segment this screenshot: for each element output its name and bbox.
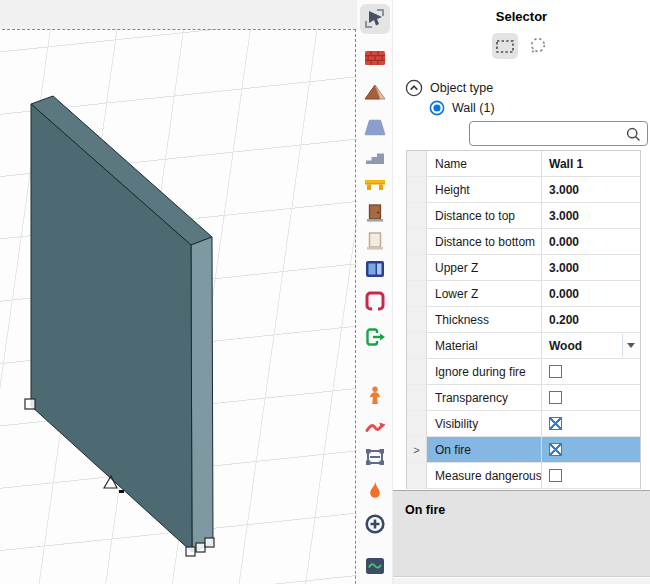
exit-tool-button[interactable]	[362, 324, 388, 350]
property-row-transparency[interactable]: Transparency	[407, 385, 640, 411]
property-row-name[interactable]: Name Wall 1	[407, 151, 640, 177]
property-value[interactable]	[542, 411, 640, 437]
property-value[interactable]	[542, 463, 640, 489]
checkbox[interactable]	[549, 365, 562, 378]
property-value[interactable]	[542, 437, 640, 463]
property-value[interactable]	[542, 359, 640, 385]
open-door-icon	[363, 229, 387, 253]
viewport-3d[interactable]	[0, 0, 357, 584]
property-row-ignore-during-fire[interactable]: Ignore during fire	[407, 359, 640, 385]
checkbox[interactable]	[549, 443, 562, 456]
property-value[interactable]: Wall 1	[542, 151, 640, 177]
ramp-tool-button[interactable]	[362, 80, 388, 106]
property-table: Name Wall 1 Height 3.000 Distance to top…	[406, 150, 641, 489]
property-label: Upper Z	[427, 255, 542, 281]
row-expander[interactable]	[407, 229, 427, 255]
property-label: Transparency	[427, 385, 542, 411]
lasso-select-button[interactable]	[525, 33, 551, 59]
window-icon	[363, 257, 387, 281]
description-title: On fire	[405, 503, 639, 517]
add-tool-button[interactable]	[362, 511, 388, 537]
property-row-distance-to-bottom[interactable]: Distance to bottom 0.000	[407, 229, 640, 255]
property-value[interactable]: 3.000	[542, 177, 640, 203]
plus-circle-icon	[363, 512, 387, 536]
property-row-upper-z[interactable]: Upper Z 3.000	[407, 255, 640, 281]
door-icon	[363, 201, 387, 225]
zone-tool-button[interactable]	[362, 444, 388, 470]
wall-object-svg	[0, 29, 357, 584]
selector-panel: Selector Object type	[392, 0, 650, 584]
stairs-icon	[363, 146, 387, 170]
chart-wave-icon	[363, 554, 387, 578]
row-expander[interactable]	[407, 463, 427, 489]
row-expander[interactable]	[407, 177, 427, 203]
row-expander[interactable]	[407, 385, 427, 411]
zone-region-icon	[363, 445, 387, 469]
lasso-icon	[527, 35, 549, 57]
property-row-measure-dangerous[interactable]: Measure dangerous	[407, 463, 640, 489]
door-tool-button[interactable]	[362, 200, 388, 226]
property-row-lower-z[interactable]: Lower Z 0.000	[407, 281, 640, 307]
property-description-panel: On fire	[393, 490, 650, 577]
obstacle-tool-button[interactable]	[362, 115, 388, 141]
select-tool-button[interactable]	[360, 4, 390, 34]
radio-selected-icon	[429, 100, 445, 116]
rectangle-select-button[interactable]	[492, 33, 518, 59]
property-value[interactable]: 3.000	[542, 255, 640, 281]
stairs-tool-button[interactable]	[362, 145, 388, 171]
search-input[interactable]	[476, 123, 621, 144]
room-tool-button[interactable]	[362, 288, 388, 314]
property-value[interactable]	[542, 385, 640, 411]
row-expander[interactable]	[407, 307, 427, 333]
row-expander[interactable]	[407, 151, 427, 177]
property-label: Ignore during fire	[427, 359, 542, 385]
exit-icon	[363, 325, 387, 349]
property-row-height[interactable]: Height 3.000	[407, 177, 640, 203]
property-label: Name	[427, 151, 542, 177]
window-tool-button[interactable]	[362, 256, 388, 282]
viewport-top-strip	[0, 0, 357, 29]
path-tool-button[interactable]	[362, 413, 388, 439]
property-row-on-fire[interactable]: On fire	[407, 437, 640, 463]
checkbox[interactable]	[549, 391, 562, 404]
dropdown-arrow-icon[interactable]	[622, 334, 639, 357]
search-icon[interactable]	[625, 126, 642, 143]
property-label: Measure dangerous	[427, 463, 542, 489]
person-tool-button[interactable]	[362, 383, 388, 409]
marquee-rect-icon	[494, 35, 516, 57]
row-expander[interactable]	[407, 437, 427, 463]
property-value[interactable]: 3.000	[542, 203, 640, 229]
scene-canvas[interactable]	[0, 29, 357, 584]
property-value[interactable]: 0.200	[542, 307, 640, 333]
object-type-option-wall[interactable]: Wall (1)	[429, 100, 495, 116]
row-expander[interactable]	[407, 281, 427, 307]
row-expander[interactable]	[407, 255, 427, 281]
property-label: Distance to top	[427, 203, 542, 229]
obstacle-icon	[363, 116, 387, 140]
wall-3d-object[interactable]	[31, 96, 213, 552]
property-row-thickness[interactable]: Thickness 0.200	[407, 307, 640, 333]
bench-icon	[363, 173, 387, 197]
app-window: Selector Object type	[0, 0, 650, 584]
checkbox[interactable]	[549, 417, 562, 430]
property-value[interactable]: Wood	[542, 333, 640, 359]
collapse-chevron-icon[interactable]	[405, 79, 423, 97]
wall-tool-button[interactable]	[362, 45, 388, 71]
property-row-material[interactable]: Material Wood	[407, 333, 640, 359]
fire-tool-button[interactable]	[362, 478, 388, 504]
row-expander[interactable]	[407, 359, 427, 385]
property-label: Material	[427, 333, 542, 359]
room-outline-icon	[363, 289, 387, 313]
row-expander[interactable]	[407, 411, 427, 437]
row-expander[interactable]	[407, 333, 427, 359]
doorway-tool-button[interactable]	[362, 228, 388, 254]
bench-tool-button[interactable]	[362, 172, 388, 198]
object-type-section: Object type	[405, 79, 493, 97]
checkbox[interactable]	[549, 469, 562, 482]
property-value[interactable]: 0.000	[542, 281, 640, 307]
row-expander[interactable]	[407, 203, 427, 229]
property-row-visibility[interactable]: Visibility	[407, 411, 640, 437]
property-row-distance-to-top[interactable]: Distance to top 3.000	[407, 203, 640, 229]
chart-tool-button[interactable]	[362, 553, 388, 579]
property-value[interactable]: 0.000	[542, 229, 640, 255]
